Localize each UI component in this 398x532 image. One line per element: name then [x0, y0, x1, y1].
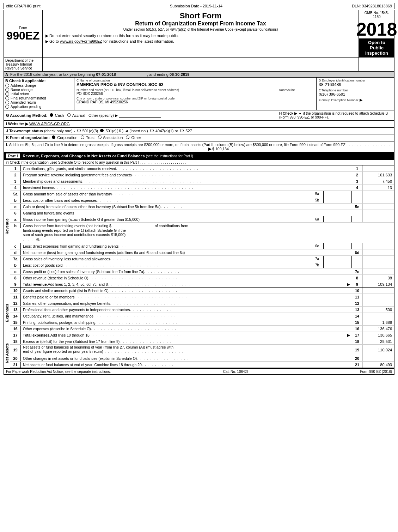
row20-linenum: 20 — [352, 355, 362, 361]
row6b-text3: sum of such gross income and contributio… — [23, 232, 125, 237]
row13-num: 13 — [10, 307, 21, 313]
return-title: Return of Organization Exempt From Incom… — [45, 20, 356, 27]
row5b-field — [324, 197, 352, 203]
row7b-value — [362, 262, 394, 268]
other-org-field[interactable] — [142, 135, 335, 140]
application-pending-item: Application pending — [5, 105, 73, 109]
row7b-num: b — [10, 262, 21, 268]
name-change-radio[interactable] — [5, 88, 9, 92]
submission-date: Submission Date - 2019-11-14 — [170, 4, 222, 8]
short-form-title: Short Form — [45, 11, 356, 20]
initial-return-radio[interactable] — [5, 92, 9, 96]
dept-right — [359, 58, 394, 71]
room-value — [279, 92, 314, 96]
row3-linenum: 3 — [352, 178, 362, 184]
address-change-radio[interactable] — [5, 84, 9, 87]
row-5b: b Less: cost or other basis and sales ex… — [10, 197, 394, 204]
row10-value — [362, 288, 394, 294]
row8-value: 38 — [362, 275, 394, 281]
accrual-radio[interactable] — [67, 113, 71, 117]
row5a-field — [324, 191, 352, 197]
trust-radio[interactable] — [81, 135, 84, 139]
application-pending-radio[interactable] — [5, 105, 9, 109]
row-6a: a Gross income from gaming (attach Sched… — [10, 216, 394, 223]
amended-return-radio[interactable] — [5, 101, 9, 104]
row4-linenum: 4 — [352, 185, 362, 191]
row-5a: 5a Gross amount from sale of assets othe… — [10, 191, 394, 197]
other-org-radio[interactable] — [126, 135, 129, 139]
cash-radio[interactable] — [50, 113, 53, 117]
row6b-num: b — [10, 223, 21, 228]
row19-text2: end-of-year figure reported on prior yea… — [23, 349, 184, 353]
i-label: I Website: ▶ — [6, 122, 28, 126]
assoc-radio[interactable] — [98, 135, 102, 139]
row-6c: c Less: direct expenses from gaming and … — [10, 243, 394, 249]
row16-linenum: 16 — [352, 326, 362, 332]
revenue-side-label: Revenue — [5, 218, 9, 235]
row21-num: 21 — [10, 362, 21, 368]
c6-radio[interactable] — [100, 129, 104, 132]
row17-desc: Total expenses. Add lines 10 through 16 … — [21, 332, 352, 338]
row13-value: 500 — [362, 307, 394, 313]
footer-right: Form 990-EZ (2018) — [360, 370, 392, 374]
row5a-num: 5a — [10, 191, 21, 197]
row16-num: 16 — [10, 326, 21, 332]
row16-desc: Other expenses (describe in Schedule O) … — [21, 326, 352, 332]
row-14: 14 Occupancy, rent, utilities, and maint… — [10, 313, 394, 319]
j-sub: (check only one) - — [44, 129, 75, 133]
row6b-subrow: . . . 6b — [23, 237, 71, 242]
row-13: 13 Professional fees and other payments … — [10, 307, 394, 313]
c6-label: 501(c)( 6 ) — [105, 129, 123, 133]
row6-desc: Gaming and fundraising events — [21, 210, 352, 216]
row5c-value — [362, 204, 394, 210]
row20-num: 20 — [10, 355, 21, 361]
c4947-radio[interactable] — [150, 129, 154, 132]
dept-center — [43, 58, 359, 71]
insert-label: ◄ (insert no.) — [124, 129, 148, 133]
row14-desc: Occupancy, rent, utilities, and maintena… — [21, 313, 352, 319]
row6b-text1: Gross income from fundraising events (no… — [23, 224, 188, 228]
row6a-sub: 6a — [314, 216, 324, 222]
final-return-radio[interactable] — [5, 96, 9, 100]
row2-desc: Program service revenue including govern… — [21, 172, 352, 178]
row6b-amount[interactable] — [111, 224, 154, 228]
row1-num: 1 — [10, 165, 21, 171]
city-row: City or town, state or province, country… — [76, 97, 314, 104]
l-dots: . . . . . . . . . . . . . . . . . . . . … — [6, 143, 391, 151]
org-info-center: C Name of organization AMERICAN PROD & I… — [74, 78, 317, 110]
website-url[interactable]: WWW.APICS-GR.ORG — [29, 122, 70, 126]
row-3: 3 Membership dues and assessments . . . … — [10, 178, 394, 185]
row6c-num: c — [10, 243, 21, 249]
row6-linenum — [352, 210, 362, 216]
row6d-linenum: 6d — [352, 249, 362, 255]
row19-linenum: 19 — [352, 345, 362, 355]
form-number: 990EZ — [6, 30, 39, 41]
c527-label: 527 — [185, 129, 192, 133]
j-label: J Tax-exempt status — [6, 129, 43, 133]
corp-label: Corporation — [57, 135, 77, 140]
other-field[interactable] — [119, 113, 161, 118]
part1-check-box[interactable]: ◻ — [6, 161, 9, 164]
row-19: 19 Net assets or fund balances at beginn… — [10, 345, 394, 355]
row3-num: 3 — [10, 178, 21, 184]
row-12: 12 Salaries, other compensation, and emp… — [10, 300, 394, 307]
row21-desc: Net assets or fund balances at end of ye… — [21, 362, 352, 368]
c3-radio[interactable] — [77, 129, 81, 132]
application-pending-label: Application pending — [11, 105, 41, 109]
part1-header: Part I Revenue, Expenses, and Changes in… — [4, 152, 394, 160]
f-label: F Group Exemption Number — [319, 98, 359, 102]
row6c-linenum — [352, 243, 362, 249]
check-left: B Check if applicable: Address change Na… — [4, 78, 74, 110]
d-label: D Employer identification number — [319, 79, 392, 82]
row6b-text2: fundraising events reported on line 1) (… — [23, 228, 126, 232]
org-name: AMERICAN PROD & INV CONTROL SOC 62 — [76, 82, 314, 87]
form-number-box: Form 990EZ — [4, 10, 43, 57]
row5b-desc: Less: cost or other basis and sales expe… — [21, 197, 314, 203]
c527-radio[interactable] — [180, 129, 184, 132]
corp-radio[interactable] — [52, 135, 55, 139]
row18-num: 18 — [10, 338, 21, 344]
expenses-side-label: Expenses — [5, 304, 9, 322]
city-label: City or town, state or province, country… — [76, 97, 314, 100]
row11-value — [362, 294, 394, 300]
row14-value — [362, 313, 394, 319]
